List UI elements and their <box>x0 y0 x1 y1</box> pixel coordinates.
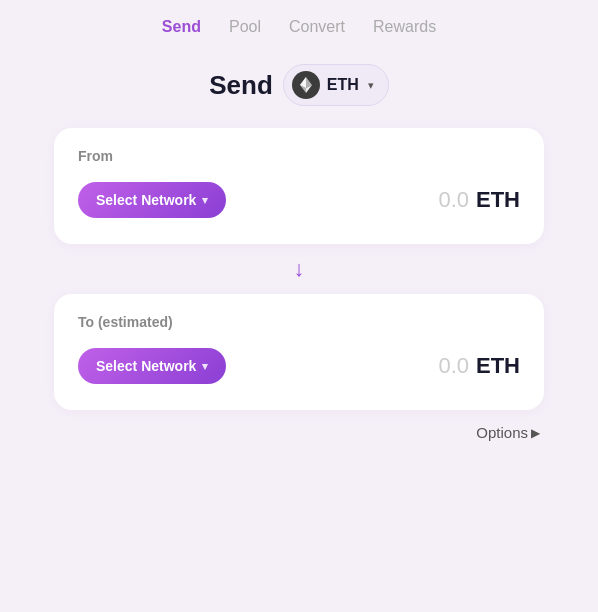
from-amount-display: 0.0 ETH <box>438 187 520 213</box>
to-select-network-label: Select Network <box>96 358 196 374</box>
nav-convert[interactable]: Convert <box>289 18 345 36</box>
nav-send[interactable]: Send <box>162 18 201 36</box>
from-amount-value: 0.0 <box>438 187 469 213</box>
options-link[interactable]: Options ▶ <box>476 424 540 441</box>
page-title: Send <box>209 70 273 101</box>
options-row: Options ▶ <box>54 424 544 441</box>
nav-pool[interactable]: Pool <box>229 18 261 36</box>
from-card: From Select Network ▾ 0.0 ETH <box>54 128 544 244</box>
to-card: To (estimated) Select Network ▾ 0.0 ETH <box>54 294 544 410</box>
token-selector[interactable]: ETH ▾ <box>283 64 389 106</box>
from-card-row: Select Network ▾ 0.0 ETH <box>78 182 520 218</box>
page-header: Send ETH ▾ <box>209 64 389 106</box>
eth-icon <box>292 71 320 99</box>
from-label: From <box>78 148 520 164</box>
from-select-network-label: Select Network <box>96 192 196 208</box>
main-nav: Send Pool Convert Rewards <box>0 0 598 46</box>
to-network-chevron-icon: ▾ <box>202 360 208 373</box>
options-label: Options <box>476 424 528 441</box>
from-amount-currency: ETH <box>476 187 520 213</box>
to-amount-currency: ETH <box>476 353 520 379</box>
from-select-network-button[interactable]: Select Network ▾ <box>78 182 226 218</box>
nav-rewards[interactable]: Rewards <box>373 18 436 36</box>
to-label: To (estimated) <box>78 314 520 330</box>
app-container: Send Pool Convert Rewards Send ETH ▾ Fro… <box>0 0 598 612</box>
options-arrow-icon: ▶ <box>531 426 540 440</box>
to-amount-display: 0.0 ETH <box>438 353 520 379</box>
token-chevron-icon: ▾ <box>368 79 374 92</box>
from-network-chevron-icon: ▾ <box>202 194 208 207</box>
token-label: ETH <box>327 76 359 94</box>
to-amount-value: 0.0 <box>438 353 469 379</box>
to-select-network-button[interactable]: Select Network ▾ <box>78 348 226 384</box>
to-card-row: Select Network ▾ 0.0 ETH <box>78 348 520 384</box>
arrow-divider: ↓ <box>294 258 305 280</box>
arrow-down-icon: ↓ <box>294 258 305 280</box>
svg-marker-3 <box>300 77 306 88</box>
